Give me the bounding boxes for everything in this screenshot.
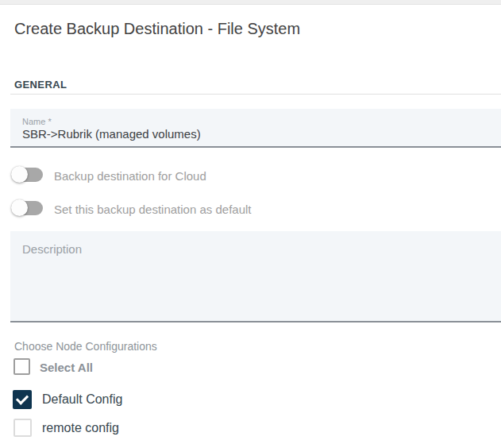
description-field[interactable]	[10, 231, 501, 322]
default-config-checkbox[interactable]	[13, 390, 32, 409]
description-input[interactable]	[22, 242, 493, 315]
name-field-label: Name *	[22, 117, 52, 126]
dialog-title: Create Backup Destination - File System	[14, 20, 300, 38]
default-config-label: Default Config	[42, 392, 122, 407]
remote-config-checkbox[interactable]	[13, 419, 32, 437]
choose-node-configurations-label: Choose Node Configurations	[14, 340, 157, 353]
toggle-set-default[interactable]	[11, 199, 43, 217]
section-header-general: GENERAL	[14, 79, 67, 91]
top-divider	[0, 0, 501, 5]
toggle-default-label: Set this backup destination as default	[54, 203, 252, 216]
section-divider	[10, 94, 501, 95]
select-all-checkbox[interactable]	[13, 358, 30, 375]
toggle-thumb[interactable]	[11, 199, 28, 216]
remote-config-label: remote config	[42, 421, 119, 435]
toggle-cloud-label: Backup destination for Cloud	[54, 169, 206, 183]
create-backup-destination-dialog: Create Backup Destination - File System …	[0, 0, 501, 448]
name-input[interactable]	[22, 127, 493, 141]
toggle-backup-destination-cloud[interactable]	[11, 166, 43, 183]
checkmark-icon	[16, 392, 29, 404]
toggle-thumb[interactable]	[11, 166, 28, 183]
name-field[interactable]: Name *	[10, 109, 501, 148]
select-all-label: Select All	[40, 361, 93, 374]
